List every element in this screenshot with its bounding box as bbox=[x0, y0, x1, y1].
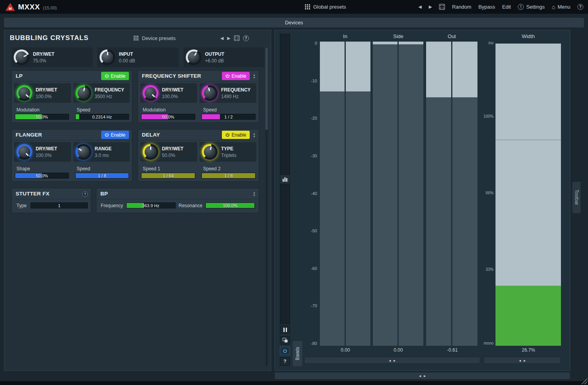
edit-button[interactable]: Edit bbox=[502, 4, 511, 10]
type-value: 1 bbox=[31, 203, 87, 208]
next-device-preset-button[interactable]: ▶ bbox=[227, 36, 230, 41]
db-tick: -70 bbox=[298, 303, 317, 308]
slider-label: Shape bbox=[16, 166, 69, 172]
help-icon[interactable]: ? bbox=[243, 35, 249, 41]
meter-headroom bbox=[373, 42, 397, 44]
db-tick: -20 bbox=[298, 116, 317, 120]
shape-slider[interactable]: 50.0% bbox=[15, 173, 69, 179]
next-preset-button[interactable]: ▶ bbox=[429, 4, 432, 9]
flanger-drywet-group: DRY/WET100.0% bbox=[14, 142, 71, 162]
meter-headroom bbox=[426, 42, 451, 97]
frequency-slider[interactable]: 363.9 Hz bbox=[126, 203, 176, 208]
global-presets-button[interactable]: Global presets bbox=[305, 0, 346, 14]
layout-button[interactable] bbox=[280, 336, 290, 345]
knob-core bbox=[78, 87, 89, 99]
delay-type-group: TYPETriplets bbox=[200, 142, 256, 162]
settings-button[interactable]: ! Settings bbox=[518, 4, 544, 10]
knob-core bbox=[145, 146, 156, 158]
type-knob[interactable] bbox=[202, 144, 218, 160]
dry-wet-knob[interactable] bbox=[16, 85, 32, 101]
slider-value: 363.9 Hz bbox=[127, 203, 175, 208]
meter-column-header-out: Out bbox=[426, 33, 477, 39]
module-stutter-fx: STUTTER FX ? Type 1 bbox=[11, 188, 91, 213]
enable-label: Enable bbox=[232, 73, 246, 79]
meter-bar-out-left bbox=[426, 42, 451, 346]
master-input-group: INPUT0.00 dB bbox=[97, 47, 178, 67]
enable-button[interactable]: Enable bbox=[222, 72, 250, 80]
speed1-slider[interactable]: 1 / 64 bbox=[141, 173, 195, 179]
slider-value: 1 / 8 bbox=[202, 173, 255, 178]
spin-down-icon: ▼ bbox=[253, 76, 256, 79]
device-title: BUBBLING CRYSTALS bbox=[10, 34, 89, 42]
analyzer-help-button[interactable]: ? bbox=[280, 357, 290, 366]
melda-logo-icon[interactable]: M bbox=[5, 3, 15, 11]
output-knob[interactable] bbox=[186, 49, 201, 65]
module-title: FREQUENCY SHIFTER bbox=[142, 73, 201, 79]
dice-icon[interactable] bbox=[439, 4, 445, 10]
pause-button[interactable] bbox=[280, 325, 290, 334]
tab-toolbar[interactable]: Toolbar bbox=[572, 181, 581, 213]
speed2-slider[interactable]: 1 / 8 bbox=[201, 173, 256, 179]
power-icon bbox=[105, 74, 109, 78]
knob-label: DRY/WET bbox=[36, 146, 57, 151]
speed-slider[interactable]: 1 / 2 bbox=[201, 114, 256, 120]
slider-value: 50.0% bbox=[142, 114, 195, 119]
enable-button[interactable]: Enable bbox=[101, 131, 129, 139]
scrollbar-thumb[interactable] bbox=[265, 47, 268, 130]
bands-tab-label: Bands bbox=[295, 347, 300, 360]
knob-pointer bbox=[210, 146, 212, 150]
tab-devices[interactable]: Devices bbox=[4, 18, 584, 27]
global-presets-label: Global presets bbox=[313, 4, 346, 10]
dry-wet-knob[interactable] bbox=[143, 144, 158, 160]
enable-button[interactable]: Enable bbox=[222, 131, 250, 139]
bypass-button[interactable]: Bypass bbox=[478, 4, 495, 10]
slider-value: 50.0% bbox=[15, 173, 69, 178]
modulation-slider[interactable]: 50.0% bbox=[141, 114, 195, 120]
menu-button[interactable]: ⌂ Menu bbox=[552, 4, 570, 10]
prev-device-preset-button[interactable]: ◀ bbox=[220, 36, 223, 41]
input-knob[interactable] bbox=[100, 49, 115, 65]
resonance-slider[interactable]: 100.0% bbox=[205, 203, 255, 208]
device-panel-scrollbar[interactable] bbox=[265, 47, 268, 366]
knob-label: DRY/WET bbox=[36, 87, 57, 93]
dice-icon[interactable] bbox=[234, 35, 240, 41]
knob-core bbox=[102, 51, 113, 63]
knob-value: 3500 Hz bbox=[95, 94, 124, 99]
toolbar-tab-label: Toolbar bbox=[574, 190, 579, 205]
random-button[interactable]: Random bbox=[452, 4, 471, 10]
reorder-spinner[interactable]: ▲▼ bbox=[253, 132, 256, 138]
help-icon[interactable]: ? bbox=[82, 191, 88, 197]
module-title: DELAY bbox=[142, 132, 160, 138]
db-tick: -60 bbox=[298, 266, 317, 271]
main-h-scrollbar[interactable]: ◂▸ bbox=[274, 372, 570, 380]
module-header: DELAY Enable ▲▼ bbox=[138, 130, 259, 140]
knob-value: 100.0% bbox=[162, 94, 183, 99]
analyzer-h-scrollbar[interactable]: ◂▸ bbox=[304, 357, 480, 364]
dry-wet-knob[interactable] bbox=[16, 144, 32, 160]
help-icon[interactable]: ? bbox=[577, 4, 583, 10]
speed-slider[interactable]: 1 / 8 bbox=[75, 173, 129, 179]
meter-headroom bbox=[346, 42, 370, 91]
speed-slider[interactable]: 0.2314 Hz bbox=[75, 114, 129, 120]
type-field[interactable]: 1 bbox=[31, 203, 88, 208]
dry-wet-knob[interactable] bbox=[143, 85, 158, 101]
frequency-knob[interactable] bbox=[76, 85, 91, 101]
reorder-spinner[interactable]: ▲▼ bbox=[253, 191, 256, 197]
device-presets-button[interactable]: Device presets bbox=[142, 35, 176, 41]
alert-icon: ! bbox=[518, 4, 524, 10]
reorder-spinner[interactable]: ▲▼ bbox=[253, 73, 256, 79]
width-h-scrollbar[interactable]: ◂▸ bbox=[484, 357, 561, 364]
knob-core bbox=[18, 87, 30, 99]
frequency-knob[interactable] bbox=[202, 85, 218, 101]
help-icon: ? bbox=[283, 359, 286, 364]
knob-pointer bbox=[150, 146, 151, 150]
prev-preset-button[interactable]: ◀ bbox=[418, 4, 421, 9]
analyzer-power-button[interactable] bbox=[280, 347, 290, 355]
modulation-slider[interactable]: 50.0% bbox=[15, 114, 69, 120]
slider-value: 1 / 64 bbox=[142, 173, 195, 178]
range-knob[interactable] bbox=[76, 144, 91, 160]
meter-mode-button[interactable] bbox=[280, 175, 290, 184]
enable-button[interactable]: Enable bbox=[101, 72, 129, 80]
dry-wet-knob[interactable] bbox=[14, 49, 29, 65]
knob-label: DRY/WET bbox=[162, 87, 183, 93]
